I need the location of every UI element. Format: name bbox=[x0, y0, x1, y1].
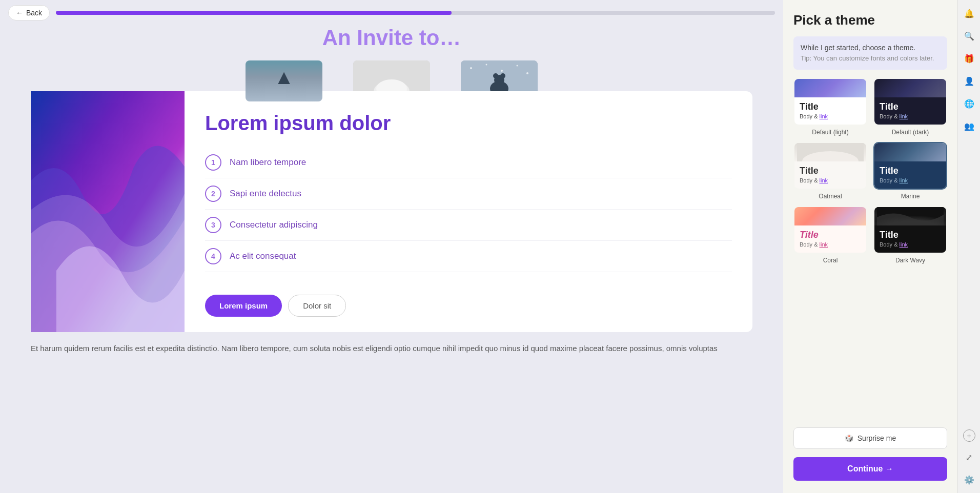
main-area: ← Back An Invite to… bbox=[0, 0, 783, 493]
continue-button[interactable]: Continue → bbox=[793, 457, 947, 481]
theme-title: Title bbox=[800, 101, 861, 112]
svg-point-14 bbox=[500, 73, 505, 78]
sidebar-icon-resize[interactable]: ⤢ bbox=[962, 450, 976, 464]
svg-point-6 bbox=[470, 67, 472, 69]
secondary-button[interactable]: Dolor sit bbox=[288, 295, 346, 317]
theme-grid: Title Body & link Default (light) Title … bbox=[793, 78, 947, 264]
card-list: 1 Nam libero tempore 2 Sapi ente delectu… bbox=[205, 147, 732, 282]
panel-title: Pick a theme bbox=[793, 12, 947, 28]
surprise-label: Surprise me bbox=[858, 434, 896, 442]
theme-link: link bbox=[820, 113, 828, 119]
sidebar-icon-settings[interactable]: ⚙️ bbox=[962, 473, 976, 487]
svg-point-9 bbox=[517, 65, 518, 67]
theme-label-default-light: Default (light) bbox=[812, 129, 848, 136]
theme-card-body: Title Body & link bbox=[794, 97, 866, 125]
theme-title: Title bbox=[880, 166, 941, 176]
card-content: Lorem ipsum dolor 1 Nam libero tempore 2… bbox=[185, 91, 752, 332]
dice-icon: 🎲 bbox=[845, 434, 853, 442]
theme-card-body: Title Body & link bbox=[874, 161, 946, 189]
sidebar-icon-globe[interactable]: 🌐 bbox=[962, 96, 976, 111]
theme-card-body: Title Body & link bbox=[874, 225, 946, 253]
theme-card-header bbox=[794, 143, 866, 161]
sidebar-icon-gift[interactable]: 🎁 bbox=[962, 51, 976, 66]
top-bar: ← Back bbox=[0, 0, 783, 26]
theme-body-text: Body & link bbox=[880, 113, 941, 119]
list-item: 4 Ac elit consequat bbox=[205, 241, 732, 272]
card-buttons: Lorem ipsum Dolor sit bbox=[205, 295, 732, 317]
svg-rect-18 bbox=[877, 207, 944, 225]
sidebar-icon-person2[interactable]: 👥 bbox=[962, 119, 976, 133]
theme-item-default-dark[interactable]: Title Body & link Default (dark) bbox=[873, 78, 947, 136]
theme-card-header bbox=[874, 79, 946, 97]
image-mountain bbox=[246, 60, 322, 101]
sidebar-icon-person[interactable]: 👤 bbox=[962, 74, 976, 88]
theme-card-header bbox=[794, 207, 866, 225]
list-text-3: Consectetur adipiscing bbox=[230, 220, 318, 230]
panel-subtitle-line1: While I get started, choose a theme. bbox=[801, 43, 940, 53]
theme-label-dark-wavy: Dark Wavy bbox=[895, 257, 925, 264]
surprise-button[interactable]: 🎲 Surprise me bbox=[793, 427, 947, 449]
theme-label-default-dark: Default (dark) bbox=[892, 129, 929, 136]
theme-item-oatmeal[interactable]: Title Body & link Oatmeal bbox=[793, 142, 867, 200]
primary-button[interactable]: Lorem ipsum bbox=[205, 295, 282, 317]
theme-card-body: Title Body & link bbox=[794, 161, 866, 189]
sidebar-icon-search[interactable]: 🔍 bbox=[962, 29, 976, 43]
list-text-4: Ac elit consequat bbox=[230, 251, 296, 261]
theme-body-text: Body & link bbox=[800, 113, 861, 119]
theme-link: link bbox=[820, 177, 828, 183]
theme-body-text: Body & link bbox=[880, 241, 941, 248]
svg-point-10 bbox=[526, 72, 528, 74]
theme-panel: Pick a theme While I get started, choose… bbox=[783, 0, 957, 493]
theme-link: link bbox=[900, 113, 908, 119]
theme-body-text: Body & link bbox=[800, 241, 861, 248]
sidebar-icon-bell[interactable]: 🔔 bbox=[962, 6, 976, 20]
theme-item-default-light[interactable]: Title Body & link Default (light) bbox=[793, 78, 867, 136]
card-title: Lorem ipsum dolor bbox=[205, 112, 732, 135]
theme-title: Title bbox=[880, 230, 941, 240]
theme-card-coral[interactable]: Title Body & link bbox=[793, 206, 867, 254]
theme-card-header bbox=[874, 143, 946, 161]
theme-label-oatmeal: Oatmeal bbox=[819, 193, 842, 200]
theme-card-header bbox=[874, 207, 946, 225]
theme-link: link bbox=[900, 241, 908, 248]
theme-item-coral[interactable]: Title Body & link Coral bbox=[793, 206, 867, 264]
theme-card-default-dark[interactable]: Title Body & link bbox=[873, 78, 947, 126]
theme-title: Title bbox=[800, 166, 861, 176]
list-item: 2 Sapi ente delectus bbox=[205, 178, 732, 210]
theme-scroll-area[interactable]: Title Body & link Default (light) Title … bbox=[793, 78, 947, 420]
theme-card-header bbox=[794, 79, 866, 97]
theme-link: link bbox=[820, 241, 828, 248]
theme-item-marine[interactable]: Title Body & link Marine bbox=[873, 142, 947, 200]
list-item: 1 Nam libero tempore bbox=[205, 147, 732, 178]
theme-item-dark-wavy[interactable]: Title Body & link Dark Wavy bbox=[873, 206, 947, 264]
panel-subtitle: While I get started, choose a theme. Tip… bbox=[793, 36, 947, 70]
list-number-1: 1 bbox=[205, 154, 221, 171]
theme-label-coral: Coral bbox=[823, 257, 838, 264]
theme-card-dark-wavy[interactable]: Title Body & link bbox=[873, 206, 947, 254]
list-item: 3 Consectetur adipiscing bbox=[205, 210, 732, 241]
theme-title: Title bbox=[880, 101, 941, 112]
theme-body-text: Body & link bbox=[800, 177, 861, 183]
theme-card-marine[interactable]: Title Body & link bbox=[873, 142, 947, 190]
theme-label-marine: Marine bbox=[901, 193, 920, 200]
theme-card-body: Title Body & link bbox=[874, 97, 946, 125]
svg-point-13 bbox=[493, 73, 498, 78]
svg-point-8 bbox=[501, 70, 503, 72]
theme-card-body: Title Body & link bbox=[794, 225, 866, 253]
list-number-2: 2 bbox=[205, 186, 221, 202]
back-label: Back bbox=[26, 9, 42, 17]
back-button[interactable]: ← Back bbox=[8, 5, 50, 20]
page-title: An Invite to… bbox=[31, 26, 752, 50]
bottom-text: Et harum quidem rerum facilis est et exp… bbox=[31, 332, 752, 355]
back-arrow-icon: ← bbox=[16, 9, 23, 17]
sidebar-plus-button[interactable]: + bbox=[963, 429, 975, 442]
theme-link: link bbox=[900, 177, 908, 183]
right-sidebar: 🔔 🔍 🎁 👤 🌐 👥 + ⤢ ⚙️ bbox=[957, 0, 980, 493]
theme-card-default-light[interactable]: Title Body & link bbox=[793, 78, 867, 126]
progress-bar-container bbox=[56, 11, 775, 15]
list-number-3: 3 bbox=[205, 217, 221, 233]
theme-card-oatmeal[interactable]: Title Body & link bbox=[793, 142, 867, 190]
svg-point-7 bbox=[486, 64, 487, 66]
list-text-1: Nam libero tempore bbox=[230, 157, 306, 168]
card-section: Lorem ipsum dolor 1 Nam libero tempore 2… bbox=[31, 91, 752, 332]
